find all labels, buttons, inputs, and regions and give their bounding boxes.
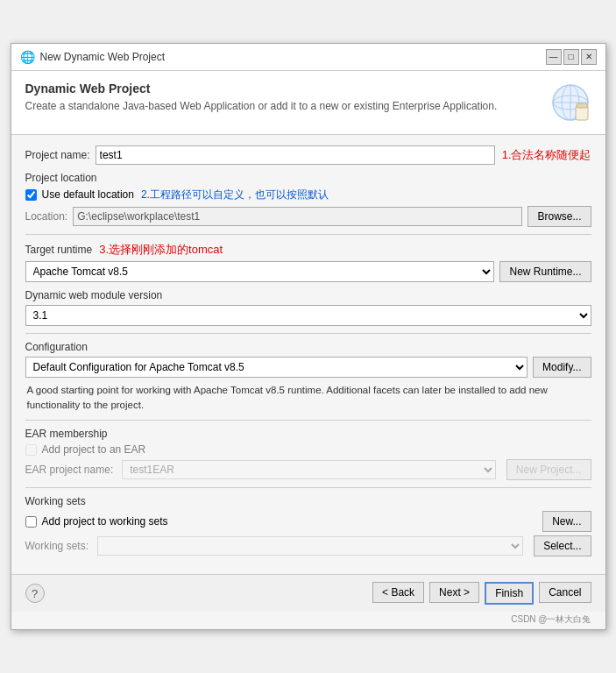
ear-project-name-dropdown[interactable]: test1EAR — [122, 460, 496, 479]
title-bar-controls: — □ ✕ — [546, 49, 597, 65]
add-to-working-sets-label[interactable]: Add project to working sets — [42, 515, 168, 528]
content-area: Project name: 1.合法名称随便起 Project location… — [11, 135, 605, 575]
web-module-version-section: Dynamic web module version 3.1 — [25, 289, 591, 326]
divider-1 — [25, 234, 591, 235]
working-sets-section: Working sets Add project to working sets… — [25, 495, 591, 556]
new-project-button[interactable]: New Project... — [506, 459, 591, 480]
use-default-location-checkbox[interactable] — [25, 189, 37, 201]
configuration-label: Configuration — [25, 341, 591, 353]
target-runtime-dropdown[interactable]: Apache Tomcat v8.5 — [25, 261, 495, 282]
title-bar: 🌐 New Dynamic Web Project — □ ✕ — [11, 44, 605, 71]
close-button[interactable]: ✕ — [581, 49, 597, 65]
ear-project-name-row: EAR project name: test1EAR New Project..… — [25, 459, 591, 480]
working-sets-input-row: Working sets: Select... — [25, 535, 591, 556]
svg-rect-6 — [577, 103, 587, 108]
maximize-button[interactable]: □ — [563, 49, 579, 65]
next-button[interactable]: Next > — [429, 582, 479, 603]
annotation-3: 3.选择刚刚添加的tomcat — [99, 242, 223, 258]
dialog-title: New Dynamic Web Project — [40, 51, 166, 63]
globe-icon — [549, 81, 591, 124]
target-runtime-row: Apache Tomcat v8.5 New Runtime... — [25, 261, 591, 282]
help-button[interactable]: ? — [25, 584, 45, 603]
default-location-label[interactable]: Use default location — [42, 188, 134, 201]
cancel-button[interactable]: Cancel — [539, 582, 591, 603]
web-module-version-dropdown[interactable]: 3.1 — [25, 305, 591, 326]
location-row: Location: Browse... — [25, 206, 591, 227]
web-module-version-row: 3.1 — [25, 305, 591, 326]
target-runtime-label: Target runtime — [25, 244, 93, 256]
location-input[interactable] — [73, 207, 522, 226]
divider-2 — [25, 333, 591, 334]
header-left: Dynamic Web Project Create a standalone … — [25, 81, 541, 114]
footer: ? < Back Next > Finish Cancel — [11, 574, 605, 612]
minimize-button[interactable]: — — [546, 49, 562, 65]
select-working-set-button[interactable]: Select... — [534, 535, 591, 556]
configuration-dropdown[interactable]: Default Configuration for Apache Tomcat … — [25, 357, 528, 378]
add-to-working-sets-checkbox[interactable] — [25, 516, 37, 528]
annotation-1: 1.合法名称随便起 — [502, 147, 591, 163]
header-section: Dynamic Web Project Create a standalone … — [11, 71, 605, 135]
title-bar-left: 🌐 New Dynamic Web Project — [20, 50, 166, 64]
header-title: Dynamic Web Project — [25, 81, 541, 96]
divider-3 — [25, 420, 591, 421]
ear-project-name-label: EAR project name: — [25, 464, 114, 476]
web-module-version-label: Dynamic web module version — [25, 289, 591, 301]
project-location-section-label: Project location — [25, 172, 591, 184]
add-to-working-sets-row: Add project to working sets New... — [25, 511, 591, 532]
working-sets-input-label: Working sets: — [25, 540, 89, 552]
project-name-row: Project name: 1.合法名称随便起 — [25, 145, 591, 165]
dialog-window: 🌐 New Dynamic Web Project — □ ✕ Dynamic … — [11, 43, 606, 631]
config-description: A good starting point for working with A… — [25, 383, 591, 414]
add-to-ear-row: Add project to an EAR — [25, 443, 591, 456]
header-description: Create a standalone Java-based Web Appli… — [25, 99, 541, 114]
project-name-label: Project name: — [25, 149, 90, 161]
annotation-2: 2.工程路径可以自定义，也可以按照默认 — [141, 188, 329, 202]
add-to-ear-label[interactable]: Add project to an EAR — [42, 443, 146, 456]
ear-membership-label: EAR membership — [25, 428, 591, 440]
modify-button[interactable]: Modify... — [533, 357, 591, 378]
working-sets-label: Working sets — [25, 495, 591, 507]
configuration-row: Default Configuration for Apache Tomcat … — [25, 357, 591, 378]
browse-button[interactable]: Browse... — [527, 206, 591, 227]
footer-left: ? — [25, 584, 45, 603]
dialog-icon: 🌐 — [20, 50, 35, 64]
new-runtime-button[interactable]: New Runtime... — [499, 261, 591, 282]
back-button[interactable]: < Back — [372, 582, 424, 603]
finish-button[interactable]: Finish — [485, 582, 534, 605]
new-working-set-button[interactable]: New... — [542, 511, 591, 532]
project-name-input[interactable] — [96, 145, 495, 165]
header-icon — [549, 81, 591, 124]
configuration-section: Configuration Default Configuration for … — [25, 341, 591, 414]
ear-membership-section: EAR membership Add project to an EAR EAR… — [25, 428, 591, 480]
location-label: Location: — [25, 210, 68, 223]
default-location-row: Use default location 2.工程路径可以自定义，也可以按照默认 — [25, 188, 591, 202]
add-to-ear-checkbox[interactable] — [25, 444, 37, 456]
divider-4 — [25, 487, 591, 488]
footer-right: < Back Next > Finish Cancel — [372, 582, 591, 605]
watermark: CSDN @一林大白兔 — [11, 612, 605, 629]
working-sets-dropdown[interactable] — [97, 536, 523, 556]
target-runtime-section: Target runtime 3.选择刚刚添加的tomcat Apache To… — [25, 242, 591, 282]
